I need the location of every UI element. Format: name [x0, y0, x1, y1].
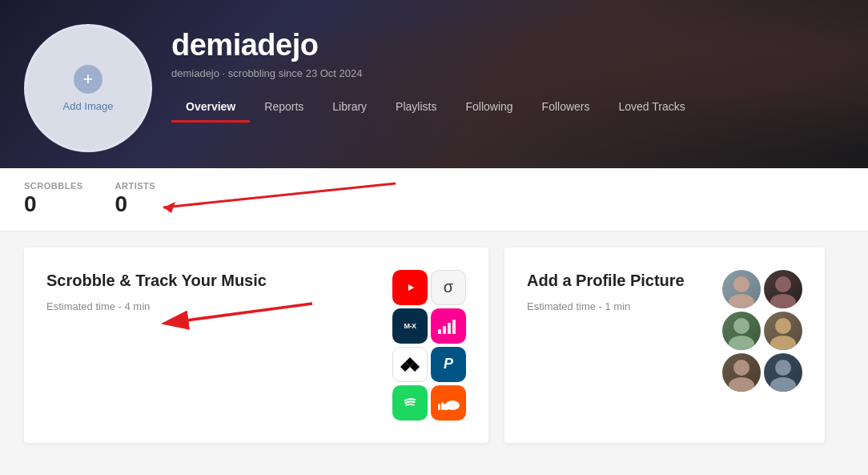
svg-line-0 [163, 183, 396, 207]
avatar-thumb-4 [764, 312, 802, 350]
profile-pic-content: Add a Profile Picture Estimated time - 1… [527, 270, 706, 312]
svg-point-28 [729, 377, 754, 392]
svg-point-21 [775, 276, 791, 292]
scrobble-sigma-icon[interactable]: σ [431, 270, 466, 305]
svg-rect-6 [448, 323, 451, 334]
annotation-area [187, 183, 844, 215]
svg-rect-7 [452, 320, 456, 334]
profile-pic-card-title: Add a Profile Picture [527, 270, 706, 291]
profile-pic-card-subtitle: Estimated time - 1 min [527, 300, 706, 312]
avatar-thumb-1 [722, 270, 761, 308]
tidal-icon[interactable] [392, 347, 428, 382]
svg-point-20 [729, 294, 754, 308]
youtube-icon[interactable] [392, 270, 428, 305]
profile-subtitle: demiadejo · scrobbling since 23 Oct 2024 [171, 67, 844, 79]
svg-rect-15 [441, 402, 444, 410]
deezer-icon[interactable] [431, 308, 466, 344]
avatar[interactable]: + Add Image [24, 24, 152, 152]
svg-point-26 [770, 336, 796, 350]
svg-point-24 [729, 336, 754, 350]
svg-point-22 [770, 294, 796, 308]
profile-username: demiadejo [171, 29, 844, 62]
avatar-thumb-2 [764, 270, 802, 308]
mixcloud-icon[interactable]: M-X [392, 308, 428, 344]
svg-point-19 [733, 276, 749, 292]
svg-point-27 [733, 360, 749, 376]
svg-point-11 [400, 392, 420, 413]
tab-following[interactable]: Following [451, 92, 527, 121]
scrobble-text: Scrobble & Track Your Music Estimated ti… [46, 270, 376, 312]
add-image-icon: + [74, 65, 102, 94]
red-arrow-annotation [139, 175, 412, 223]
pandora-icon[interactable]: P [431, 347, 466, 382]
scrobble-card-subtitle: Estimated time - 4 min [46, 300, 376, 312]
main-content: Scrobble & Track Your Music Estimated ti… [0, 231, 868, 459]
tab-reports[interactable]: Reports [250, 92, 318, 121]
stat-artists-value: 0 [115, 191, 128, 218]
avatar-stack [722, 270, 802, 392]
scrobble-card: Scrobble & Track Your Music Estimated ti… [24, 248, 488, 443]
svg-point-25 [775, 318, 791, 334]
stat-scrobbles-label: SCROBBLES [24, 181, 83, 191]
header-banner: + Add Image demiadejo demiadejo · scrobb… [0, 0, 868, 168]
tab-followers[interactable]: Followers [528, 92, 605, 121]
stat-scrobbles-value: 0 [24, 191, 37, 218]
profile-pic-card: Add a Profile Picture Estimated time - 1… [504, 248, 825, 443]
avatar-thumb-5 [722, 353, 761, 392]
tab-loved-tracks[interactable]: Loved Tracks [605, 92, 700, 121]
svg-rect-4 [438, 329, 441, 334]
tab-library[interactable]: Library [318, 92, 381, 121]
spotify-icon[interactable] [392, 385, 428, 421]
stats-row: SCROBBLES 0 ARTISTS 0 [0, 168, 868, 231]
add-image-label[interactable]: Add Image [63, 100, 114, 112]
avatar-thumb-6 [764, 353, 802, 392]
svg-rect-14 [438, 404, 440, 410]
scrobble-card-title: Scrobble & Track Your Music [46, 270, 376, 291]
svg-rect-5 [443, 326, 446, 334]
tab-playlists[interactable]: Playlists [381, 92, 451, 121]
stat-scrobbles: SCROBBLES 0 [24, 181, 83, 218]
svg-point-29 [775, 360, 791, 376]
profile-info: demiadejo demiadejo · scrobbling since 2… [171, 16, 844, 121]
tab-overview[interactable]: Overview [171, 92, 250, 121]
header-content: + Add Image demiadejo demiadejo · scrobb… [0, 0, 868, 152]
avatar-thumb-3 [722, 312, 761, 350]
soundcloud-icon[interactable] [431, 385, 466, 421]
profile-nav: Overview Reports Library Playlists Follo… [171, 92, 844, 121]
svg-rect-16 [444, 405, 447, 410]
service-icons-grid: σ M-X [392, 270, 466, 421]
svg-point-30 [770, 377, 796, 392]
svg-point-23 [733, 318, 749, 334]
